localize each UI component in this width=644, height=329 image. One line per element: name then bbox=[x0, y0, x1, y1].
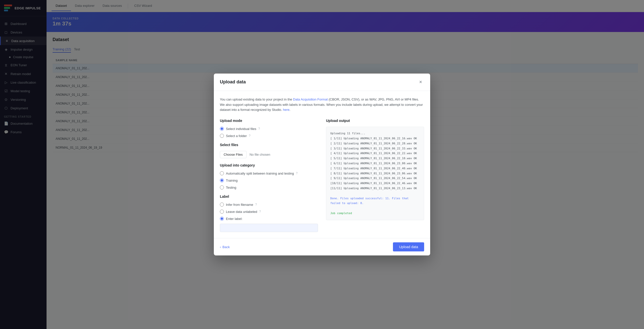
help-icon-infer: ? bbox=[255, 203, 257, 206]
radio-testing-label: Testing bbox=[226, 186, 236, 189]
radio-enter-label-text: Enter label: bbox=[226, 217, 243, 221]
radio-individual-label: Select individual files bbox=[226, 127, 256, 131]
here-link[interactable]: here bbox=[283, 108, 290, 112]
modal-overlay[interactable]: Upload data × You can upload existing da… bbox=[0, 0, 644, 329]
upload-category-options: Automatically split between training and… bbox=[220, 171, 318, 189]
radio-individual-input[interactable] bbox=[220, 127, 224, 131]
radio-enter-label-input[interactable] bbox=[220, 217, 224, 221]
upload-output-box: Uploading 11 files... [ 1/11] Uploading … bbox=[326, 127, 424, 220]
help-icon-individual: ? bbox=[258, 127, 260, 130]
upload-output-line-6: [ 6/11] Uploading ANOMALY_01_11_2024_06_… bbox=[330, 161, 420, 166]
radio-auto-split-input[interactable] bbox=[220, 171, 224, 175]
label-input-field[interactable]: anomaly bbox=[220, 224, 318, 232]
help-icon-unlabeled: ? bbox=[259, 210, 261, 213]
upload-output-line-1: [ 1/11] Uploading ANOMALY_01_11_2024_06_… bbox=[330, 136, 420, 141]
radio-testing-input[interactable] bbox=[220, 185, 224, 189]
radio-unlabeled-input[interactable] bbox=[220, 210, 224, 214]
radio-folder-input[interactable] bbox=[220, 134, 224, 138]
radio-training[interactable]: Training bbox=[220, 178, 318, 182]
upload-output-line-0: Uploading 11 files... bbox=[330, 131, 420, 136]
radio-infer-input[interactable] bbox=[220, 203, 224, 207]
upload-mode-options: Select individual files ? Select a folde… bbox=[220, 127, 318, 138]
no-file-text: No file chosen bbox=[250, 153, 270, 156]
modal-body: You can upload existing data to your pro… bbox=[214, 91, 430, 238]
upload-output-line-11: [11/11] Uploading ANOMALY_01_11_2024_06_… bbox=[330, 186, 420, 191]
modal-header: Upload data × bbox=[214, 74, 430, 91]
radio-training-input[interactable] bbox=[220, 178, 224, 182]
upload-done-text: Done. Files uploaded successful: 11. Fil… bbox=[330, 196, 420, 206]
upload-output-line-9: [ 9/11] Uploading ANOMALY_01_11_2024_06_… bbox=[330, 176, 420, 181]
upload-output-line-7: [ 7/11] Uploading ANOMALY_01_11_2024_06_… bbox=[330, 166, 420, 171]
upload-output-line-10: [10/11] Uploading ANOMALY_01_11_2024_06_… bbox=[330, 181, 420, 186]
back-arrow-icon: ‹ bbox=[220, 245, 221, 249]
back-button[interactable]: ‹ Back bbox=[220, 245, 230, 249]
help-icon-folder: ? bbox=[249, 134, 251, 138]
upload-category-title: Upload into category bbox=[220, 163, 318, 167]
radio-individual-files[interactable]: Select individual files ? bbox=[220, 127, 318, 131]
radio-unlabeled-label: Leave data unlabeled bbox=[226, 210, 257, 214]
modal-footer: ‹ Back Upload data bbox=[214, 238, 430, 255]
label-title: Label bbox=[220, 194, 318, 199]
radio-auto-split[interactable]: Automatically split between training and… bbox=[220, 171, 318, 175]
modal-two-columns: Upload mode Select individual files ? Se… bbox=[220, 119, 424, 232]
upload-mode-title: Upload mode bbox=[220, 119, 318, 123]
back-label: Back bbox=[222, 245, 230, 249]
data-acquisition-format-link[interactable]: Data Acquisition Format bbox=[293, 97, 328, 101]
radio-enter-label[interactable]: Enter label: bbox=[220, 217, 318, 221]
help-icon-auto-split: ? bbox=[296, 172, 298, 175]
radio-folder[interactable]: Select a folder ? bbox=[220, 134, 318, 138]
radio-infer[interactable]: Infer from filename ? bbox=[220, 203, 318, 207]
modal-close-button[interactable]: × bbox=[417, 79, 424, 86]
upload-output-title: Upload output bbox=[326, 119, 424, 123]
choose-files-button[interactable]: Choose Files bbox=[220, 151, 247, 158]
modal-left-col: Upload mode Select individual files ? Se… bbox=[220, 119, 318, 232]
radio-unlabeled[interactable]: Leave data unlabeled ? bbox=[220, 210, 318, 214]
modal-description: You can upload existing data to your pro… bbox=[220, 97, 424, 113]
modal-right-col: Upload output Uploading 11 files... [ 1/… bbox=[326, 119, 424, 232]
select-files-title: Select files bbox=[220, 143, 318, 147]
upload-output-line-4: [ 4/11] Uploading ANOMALY_01_11_2024_06_… bbox=[330, 151, 420, 156]
modal-title: Upload data bbox=[220, 79, 246, 85]
radio-infer-label: Infer from filename bbox=[226, 203, 253, 207]
radio-testing[interactable]: Testing bbox=[220, 185, 318, 189]
upload-data-button[interactable]: Upload data bbox=[393, 242, 424, 251]
upload-output-line-2: [ 2/11] Uploading ANOMALY_01_11_2024_06_… bbox=[330, 141, 420, 146]
file-input-area: Choose Files No file chosen bbox=[220, 151, 318, 158]
job-completed-text: Job completed bbox=[330, 211, 420, 216]
upload-output-line-8: [ 8/11] Uploading ANOMALY_01_11_2024_06_… bbox=[330, 171, 420, 176]
radio-folder-label: Select a folder bbox=[226, 134, 247, 138]
radio-auto-split-label: Automatically split between training and… bbox=[226, 172, 294, 175]
upload-data-modal: Upload data × You can upload existing da… bbox=[214, 74, 430, 255]
radio-training-label: Training bbox=[226, 179, 237, 182]
upload-output-line-3: [ 3/11] Uploading ANOMALY_01_11_2024_06_… bbox=[330, 146, 420, 151]
upload-output-line-5: [ 5/11] Uploading ANOMALY_01_11_2024_06_… bbox=[330, 156, 420, 161]
label-options: Infer from filename ? Leave data unlabel… bbox=[220, 203, 318, 232]
